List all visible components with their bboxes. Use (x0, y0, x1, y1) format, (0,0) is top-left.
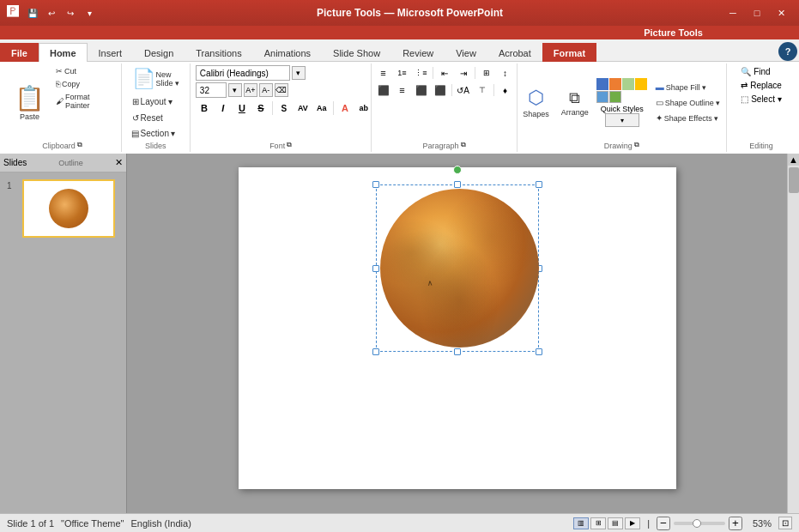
clear-formatting-button[interactable]: ⌫ (275, 83, 288, 97)
qs-cell-1[interactable] (596, 78, 608, 90)
handle-bottom-right[interactable] (536, 348, 542, 355)
shape-fill-button[interactable]: ▬ Shape Fill ▾ (651, 80, 725, 94)
redo-button[interactable]: ↪ (62, 4, 79, 21)
minimize-button[interactable]: ─ (722, 5, 744, 21)
align-left-button[interactable]: ⬛ (375, 82, 392, 98)
bullet-list-button[interactable]: ≡ (375, 65, 392, 81)
text-shadow-button[interactable]: S (275, 100, 293, 117)
arrange-button[interactable]: ⧉ Arrange (557, 87, 593, 119)
tab-format[interactable]: Format (542, 43, 596, 62)
increase-indent-button[interactable]: ⇥ (455, 65, 472, 81)
fit-slide-button[interactable]: ⊡ (778, 517, 792, 529)
font-size-input[interactable] (196, 82, 227, 98)
change-case-button[interactable]: Aa (313, 100, 330, 117)
replace-button[interactable]: ⇄ Replace (737, 79, 785, 92)
multilevel-list-button[interactable]: ⋮≡ (413, 65, 430, 81)
zoom-slider[interactable] (674, 522, 725, 525)
reading-view-button[interactable]: ▤ (608, 517, 623, 529)
drawing-expand-icon[interactable]: ⧉ (634, 141, 639, 149)
handle-bottom-middle[interactable] (454, 348, 461, 355)
line-spacing-button[interactable]: ↕ (497, 65, 514, 81)
zoom-in-button[interactable]: + (729, 517, 742, 530)
zoom-thumb[interactable] (693, 519, 701, 528)
tab-review[interactable]: Review (391, 43, 445, 62)
copy-button[interactable]: ⎘ Copy (52, 78, 116, 90)
quick-styles-dropdown[interactable]: ▾ (605, 113, 639, 127)
align-text-button[interactable]: ⊤ (474, 82, 491, 98)
tab-insert[interactable]: Insert (88, 43, 134, 62)
slideshow-button[interactable]: ▶ (625, 517, 640, 529)
find-button[interactable]: 🔍 Find (737, 65, 773, 78)
numbered-list-button[interactable]: 1≡ (394, 65, 411, 81)
reset-button[interactable]: ↺ Reset (128, 111, 167, 125)
handle-top-middle[interactable] (454, 181, 461, 188)
highlight-button[interactable]: ab (355, 100, 372, 117)
scrollbar-right[interactable]: ▲ ▼ (787, 154, 799, 529)
font-name-dropdown-button[interactable]: ▾ (292, 66, 306, 80)
shapes-button[interactable]: ⬡ Shapes (518, 84, 554, 121)
strikethrough-button[interactable]: S (252, 100, 269, 117)
font-size-dropdown-button[interactable]: ▾ (228, 83, 242, 97)
help-button[interactable]: ? (778, 42, 797, 61)
font-color-button[interactable]: A (336, 100, 354, 117)
decrease-font-button[interactable]: A- (259, 83, 273, 97)
handle-bottom-left[interactable] (372, 348, 379, 355)
font-name-input[interactable] (196, 65, 290, 81)
tab-transitions[interactable]: Transitions (185, 43, 252, 62)
decrease-indent-button[interactable]: ⇤ (436, 65, 453, 81)
close-button[interactable]: ✕ (770, 5, 792, 21)
slidesorter-view-button[interactable]: ⊞ (590, 517, 606, 529)
text-direction-button[interactable]: ↺A (455, 82, 472, 98)
shape-outline-button[interactable]: ▭ Shape Outline ▾ (651, 95, 725, 110)
handle-top-right[interactable] (536, 181, 542, 188)
tab-file[interactable]: File (0, 43, 39, 62)
tab-home[interactable]: Home (39, 43, 88, 62)
cut-button[interactable]: ✂ Cut (52, 65, 116, 77)
underline-button[interactable]: U (233, 100, 251, 117)
slide-thumbnail-1[interactable] (22, 179, 115, 238)
layout-button[interactable]: ⊞ Layout ▾ (128, 94, 177, 109)
align-right-button[interactable]: ⬛ (413, 82, 430, 98)
scroll-up-button[interactable]: ▲ (788, 154, 800, 166)
char-spacing-button[interactable]: AV (294, 100, 312, 117)
shape-effects-button[interactable]: ✦ Shape Effects ▾ (651, 111, 725, 125)
qs-cell-3[interactable] (622, 78, 634, 90)
moon-image[interactable]: ∧ (380, 189, 539, 348)
new-slide-button[interactable]: 📄 New Slide ▾ (128, 65, 185, 93)
tab-slideshow[interactable]: Slide Show (322, 43, 391, 62)
bold-button[interactable]: B (196, 100, 213, 117)
panel-close-button[interactable]: ✕ (115, 157, 123, 168)
paste-button[interactable]: 📋 Paste (9, 65, 51, 140)
save-button[interactable]: 💾 (24, 4, 41, 21)
maximize-button[interactable]: □ (746, 5, 768, 21)
tab-animations[interactable]: Animations (253, 43, 322, 62)
handle-middle-left[interactable] (372, 265, 379, 272)
center-button[interactable]: ≡ (394, 82, 411, 98)
select-button[interactable]: ⬚ Select ▾ (737, 93, 785, 106)
qs-cell-4[interactable] (635, 78, 647, 90)
handle-top-left[interactable] (372, 181, 379, 188)
qs-cell-6[interactable] (609, 91, 621, 103)
qs-cell-5[interactable] (596, 91, 608, 103)
italic-button[interactable]: I (215, 100, 232, 117)
format-painter-button[interactable]: 🖌 Format Painter (52, 91, 116, 112)
customize-qa-button[interactable]: ▾ (81, 4, 98, 21)
tab-design[interactable]: Design (133, 43, 185, 62)
normal-view-button[interactable]: ▥ (573, 517, 589, 529)
tab-acrobat[interactable]: Acrobat (487, 43, 542, 62)
undo-button[interactable]: ↩ (43, 4, 60, 21)
increase-font-button[interactable]: A+ (244, 83, 257, 97)
slides-tab[interactable]: Slides (3, 158, 27, 167)
paragraph-expand-icon[interactable]: ⧉ (461, 141, 466, 149)
rotate-handle[interactable] (453, 166, 462, 174)
outline-tab[interactable]: Outline (58, 159, 83, 167)
columns-button[interactable]: ⊞ (478, 65, 495, 81)
tab-view[interactable]: View (445, 43, 487, 62)
slide-canvas[interactable]: ∧ (239, 167, 676, 489)
font-expand-icon[interactable]: ⧉ (287, 141, 292, 149)
section-button[interactable]: ▤ Section ▾ (128, 127, 179, 140)
scroll-thumb[interactable] (789, 167, 799, 193)
justify-button[interactable]: ⬛ (432, 82, 449, 98)
clipboard-expand-icon[interactable]: ⧉ (77, 141, 82, 149)
qs-cell-2[interactable] (609, 78, 621, 90)
